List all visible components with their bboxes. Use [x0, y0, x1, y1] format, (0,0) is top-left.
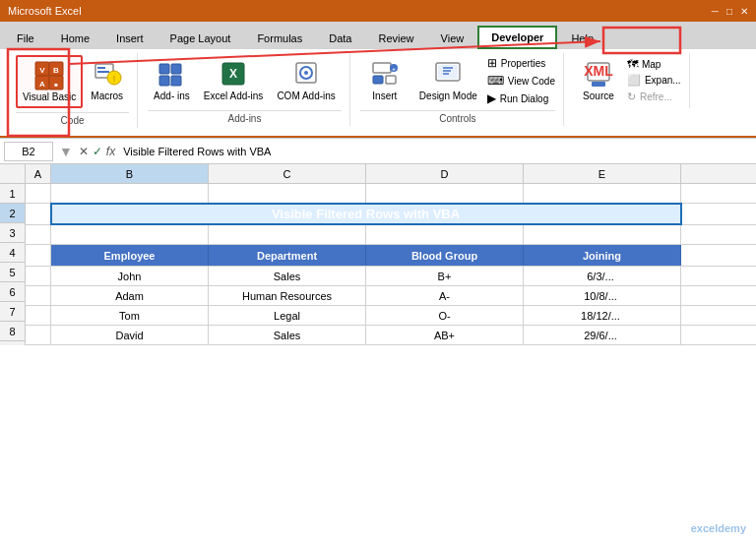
view-code-label[interactable]: View Code — [508, 76, 555, 87]
col-header-e[interactable]: E — [524, 164, 681, 183]
tab-page-layout[interactable]: Page Layout — [158, 26, 244, 49]
row-7: 7 — [0, 302, 25, 322]
col-header-b[interactable]: B — [51, 164, 209, 183]
svg-text:A: A — [39, 80, 45, 89]
visual-basic-button[interactable]: V B A ■ Visual Basic — [16, 55, 83, 108]
cell-e4[interactable]: Joining — [524, 245, 681, 266]
cell-b7[interactable]: Tom — [51, 306, 209, 325]
insert-function-icon[interactable]: fx — [106, 145, 115, 158]
close-icon[interactable]: ✕ — [740, 6, 748, 17]
excel-addins-button[interactable]: X Excel Add-ins — [198, 55, 270, 106]
tab-data[interactable]: Data — [316, 26, 364, 49]
grid: Visible Filtered Rows with VBA Employee — [26, 184, 756, 345]
expand-icon: ⬜ — [627, 74, 641, 87]
cell-c1[interactable] — [209, 184, 366, 203]
tab-view[interactable]: View — [428, 26, 477, 49]
row-2: 2 — [0, 204, 25, 223]
cancel-formula-icon[interactable]: ✕ — [79, 145, 89, 158]
tab-review[interactable]: Review — [365, 26, 426, 49]
map-label[interactable]: Map — [642, 59, 661, 70]
cell-a7[interactable] — [26, 306, 51, 325]
row-5: 5 — [0, 263, 25, 282]
cell-c4[interactable]: Department — [209, 245, 366, 266]
tab-help[interactable]: Help — [558, 26, 606, 49]
cell-d1[interactable] — [366, 184, 524, 203]
minimize-icon[interactable]: ─ — [712, 6, 719, 17]
refresh-label[interactable]: Refre... — [640, 91, 672, 102]
cell-b4[interactable]: Employee — [51, 245, 209, 266]
col-header-a[interactable]: A — [26, 164, 51, 183]
expand-row: ⬜ Expan... — [627, 73, 681, 88]
tab-insert[interactable]: Insert — [103, 26, 157, 49]
insert-label: Insert — [372, 91, 397, 102]
tab-home[interactable]: Home — [48, 26, 102, 49]
row-6: 6 — [0, 282, 25, 302]
cell-reference[interactable]: B2 — [4, 142, 53, 161]
addins-button[interactable]: + Add- ins — [148, 55, 196, 106]
tab-formulas[interactable]: Formulas — [244, 26, 315, 49]
addins-group: + Add- ins X — [140, 53, 350, 126]
code-group-buttons: V B A ■ Visual Basic — [16, 55, 129, 108]
col-header-d[interactable]: D — [366, 164, 524, 183]
cell-b8[interactable]: David — [51, 326, 209, 344]
tab-file[interactable]: File — [4, 26, 47, 49]
formula-separator: ▼ — [57, 144, 75, 159]
cell-e8[interactable]: 29/6/... — [524, 326, 681, 344]
run-dialog-label[interactable]: Run Dialog — [500, 93, 548, 104]
com-addins-button[interactable]: COM Add-ins — [271, 55, 341, 106]
cell-d6[interactable]: A- — [366, 286, 524, 305]
col-header-c[interactable]: C — [209, 164, 366, 183]
cell-a5[interactable] — [26, 267, 51, 285]
grid-row-6: Adam Human Resources A- 10/8/... — [26, 286, 756, 306]
cell-e1[interactable] — [524, 184, 681, 203]
macros-icon: ! — [92, 59, 123, 91]
expand-label[interactable]: Expan... — [645, 75, 681, 86]
cell-d3[interactable] — [366, 225, 524, 244]
cell-d5[interactable]: B+ — [366, 267, 524, 285]
spreadsheet: A B C D E 1 2 3 4 5 6 7 8 — [0, 164, 756, 544]
cell-c5[interactable]: Sales — [209, 267, 366, 285]
cell-b2-merged[interactable]: Visible Filtered Rows with VBA — [51, 204, 681, 224]
properties-label[interactable]: Properties — [501, 58, 546, 69]
grid-row-3 — [26, 225, 756, 245]
cell-b1[interactable] — [51, 184, 209, 203]
cell-e3[interactable] — [524, 225, 681, 244]
design-mode-button[interactable]: Design Mode — [413, 55, 483, 106]
svg-rect-15 — [159, 76, 169, 86]
tab-developer[interactable]: Developer — [477, 26, 557, 49]
cell-c6[interactable]: Human Resources — [209, 286, 366, 305]
controls-right: ⊞ Properties ⌨ View Code ▶ Run Dialog — [487, 55, 555, 106]
source-button[interactable]: XML Source — [574, 55, 623, 106]
run-dialog-row: ▶ Run Dialog — [487, 91, 555, 106]
cell-c3[interactable] — [209, 225, 366, 244]
cell-b6[interactable]: Adam — [51, 286, 209, 305]
cell-b5[interactable]: John — [51, 267, 209, 285]
cell-d8[interactable]: AB+ — [366, 326, 524, 344]
insert-control-button[interactable]: + Insert — [360, 55, 410, 106]
watermark: exceldemy — [691, 522, 746, 534]
cell-d4[interactable]: Blood Group — [366, 245, 524, 266]
cell-a1[interactable] — [26, 184, 51, 203]
svg-rect-13 — [159, 64, 169, 74]
svg-text:V: V — [39, 66, 45, 75]
cell-c7[interactable]: Legal — [209, 306, 366, 325]
cell-c8[interactable]: Sales — [209, 326, 366, 344]
addins-group-label: Add-ins — [148, 110, 342, 124]
restore-icon[interactable]: □ — [726, 6, 732, 17]
confirm-formula-icon[interactable]: ✓ — [93, 145, 102, 158]
grid-row-2: Visible Filtered Rows with VBA — [26, 204, 756, 225]
cell-e5[interactable]: 6/3/... — [524, 267, 681, 285]
cell-b3[interactable] — [51, 225, 209, 244]
cell-a2[interactable] — [26, 204, 51, 224]
cell-a4[interactable] — [26, 245, 51, 266]
cell-a6[interactable] — [26, 286, 51, 305]
svg-rect-10 — [97, 71, 109, 73]
cell-e7[interactable]: 18/12/... — [524, 306, 681, 325]
cell-a8[interactable] — [26, 326, 51, 344]
cell-d7[interactable]: O- — [366, 306, 524, 325]
macros-button[interactable]: ! Macros — [85, 55, 129, 106]
controls-group: + Insert — [352, 53, 564, 126]
cell-e6[interactable]: 10/8/... — [524, 286, 681, 305]
cell-a3[interactable] — [26, 225, 51, 244]
formula-input[interactable]: Visible Filtered Rows with VBA — [119, 146, 752, 157]
